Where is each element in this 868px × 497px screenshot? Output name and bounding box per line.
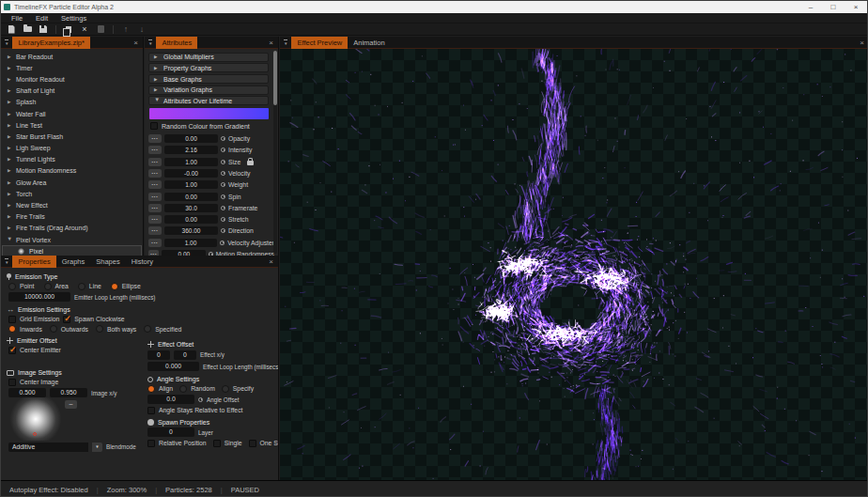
move-up-button[interactable]: ↑ [120, 24, 132, 35]
angle-relative-checkbox[interactable] [147, 407, 155, 414]
angle-offset-field[interactable]: 0.0 [147, 395, 194, 404]
image-x-field[interactable]: 0.500 [8, 388, 46, 397]
attribute-value-field[interactable]: -0.00 [164, 169, 218, 178]
graph-edit-button[interactable]: ••• [148, 180, 162, 189]
effect-y-field[interactable]: 0 [174, 350, 196, 360]
graph-edit-button[interactable]: ••• [148, 169, 162, 178]
angle-radio[interactable] [147, 385, 155, 393]
angle-radio[interactable] [222, 385, 229, 393]
attribute-value-field[interactable]: 30.0 [164, 204, 218, 212]
attribute-section-header[interactable]: ▶ Attributes Over Lifetime [148, 96, 269, 105]
center-image-checkbox[interactable] [8, 379, 16, 386]
preview-close-icon[interactable]: × [855, 37, 868, 49]
move-down-button[interactable]: ↓ [136, 24, 147, 35]
preview-tab[interactable]: Animation [348, 37, 390, 49]
library-tree-item[interactable]: ▶ Splash [1, 97, 143, 108]
spawn-checkbox[interactable] [213, 440, 221, 447]
emission-type-radio[interactable] [44, 283, 52, 290]
blendmode-dropdown-icon[interactable]: ▼ [92, 443, 102, 452]
effect-x-field[interactable]: 0 [147, 350, 170, 360]
attribute-value-field[interactable]: 2.16 [164, 146, 218, 154]
menu-item[interactable]: Edit [29, 13, 54, 23]
maximize-button[interactable]: □ [822, 1, 845, 13]
library-tree-item[interactable]: ▶ Monitor Readout [1, 73, 143, 85]
library-tree-item[interactable]: ▶ Shaft of Light [1, 85, 143, 97]
properties-tab[interactable]: History [126, 256, 159, 268]
attribute-value-field[interactable]: 0.00 [164, 134, 218, 143]
emission-type-radio[interactable] [111, 283, 118, 290]
attribute-section-header[interactable]: ▶ Global Multipliers [148, 53, 269, 62]
save-file-button[interactable] [38, 24, 49, 35]
attribute-value-field[interactable]: 360.00 [164, 226, 218, 235]
attribute-section-header[interactable]: ▶ Variation Graphs [148, 85, 269, 95]
properties-tab[interactable]: Shapes [90, 256, 125, 268]
image-handle-marker[interactable] [33, 432, 37, 436]
properties-close-icon[interactable]: × [264, 256, 278, 268]
attributes-scrollbar[interactable] [273, 51, 277, 254]
spawn-checkbox[interactable] [249, 440, 256, 447]
library-close-icon[interactable]: × [129, 37, 143, 49]
particle-effect-canvas[interactable] [280, 49, 868, 480]
blendmode-select[interactable]: Additive [8, 443, 88, 452]
center-emitter-checkbox[interactable] [8, 347, 16, 354]
angle-radio[interactable] [179, 385, 187, 393]
library-tree-item[interactable]: ▶ Ligh Sweep [1, 143, 143, 154]
library-tree-item[interactable]: ▶ Timer [1, 62, 143, 73]
emission-direction-radio[interactable] [144, 325, 151, 333]
library-tree-item[interactable]: ▶ Tunnel Lights [1, 154, 143, 165]
attributes-close-icon[interactable]: × [264, 37, 278, 49]
effect-loop-length-field[interactable]: 0.000 [147, 362, 199, 371]
delete-button[interactable]: × [79, 24, 90, 35]
attribute-value-field[interactable]: 1.00 [164, 239, 217, 247]
layer-field[interactable]: 0 [147, 427, 194, 437]
minimize-button[interactable]: – [799, 1, 822, 13]
graph-edit-button[interactable]: ••• [148, 158, 162, 166]
lock-icon[interactable] [247, 161, 254, 165]
graph-edit-button[interactable]: ••• [148, 146, 162, 154]
random-colour-checkbox[interactable] [150, 122, 158, 130]
colour-gradient-bar[interactable] [149, 108, 269, 119]
frame-minus-button[interactable]: – [65, 400, 77, 409]
new-file-button[interactable] [6, 24, 17, 35]
library-tree-item[interactable]: ▶ New Effect [1, 199, 143, 210]
attribute-section-header[interactable]: ▶ Base Graphs [148, 74, 269, 84]
emission-direction-radio[interactable] [50, 325, 57, 333]
spawn-checkbox[interactable] [147, 440, 155, 447]
menu-item[interactable]: Settings [54, 13, 93, 23]
panel-menu-icon[interactable]: ▼ [5, 39, 8, 46]
library-tree-item[interactable]: ▶ Fire Trails [1, 211, 143, 223]
library-tree-item[interactable]: ▶ Glow Area [1, 177, 143, 188]
panel-menu-icon[interactable]: ▼ [284, 39, 287, 46]
scrollbar-thumb[interactable] [273, 51, 277, 105]
library-tree-item[interactable]: ▶ Pixel Vortex [1, 234, 143, 245]
panel-menu-icon[interactable]: ▼ [148, 39, 152, 46]
effect-preview-viewport[interactable] [280, 49, 868, 480]
attribute-value-field[interactable]: 1.00 [164, 180, 218, 189]
menu-item[interactable]: File [5, 13, 29, 23]
attribute-value-field[interactable]: 0.00 [164, 215, 218, 224]
attribute-section-header[interactable]: ▶ Property Graphs [148, 63, 269, 72]
graph-edit-button[interactable]: ••• [148, 134, 162, 143]
attribute-value-field[interactable]: 0.00 [164, 193, 218, 201]
graph-edit-button[interactable]: ••• [148, 193, 162, 201]
emission-type-radio[interactable] [78, 283, 85, 290]
emitter-loop-length-field[interactable]: 10000.000 [8, 292, 70, 302]
library-tree-item[interactable]: ▶ Fire Trails (Drag Around) [1, 223, 143, 234]
attribute-value-field[interactable]: 1.00 [164, 158, 218, 166]
copy-button[interactable] [63, 24, 74, 35]
open-file-button[interactable] [22, 24, 33, 35]
paste-button[interactable] [95, 24, 106, 35]
particle-image-preview[interactable]: – [7, 400, 147, 440]
grid-emission-checkbox[interactable] [8, 316, 16, 323]
library-tree-item[interactable]: ▶ Line Test [1, 119, 143, 131]
attributes-tab[interactable]: Attributes [156, 37, 197, 49]
close-button[interactable]: × [845, 1, 867, 13]
spawn-clockwise-checkbox[interactable] [63, 316, 70, 323]
graph-edit-button[interactable]: ••• [148, 239, 162, 247]
graph-edit-button[interactable]: ••• [148, 204, 162, 212]
library-tab[interactable]: LibraryExamples.zip* [12, 37, 89, 49]
graph-edit-button[interactable]: ••• [148, 226, 162, 235]
image-y-field[interactable]: 0.950 [50, 388, 87, 397]
emission-direction-radio[interactable] [8, 325, 16, 333]
library-tree-item[interactable]: ▶ Motion Randomness [1, 165, 143, 177]
